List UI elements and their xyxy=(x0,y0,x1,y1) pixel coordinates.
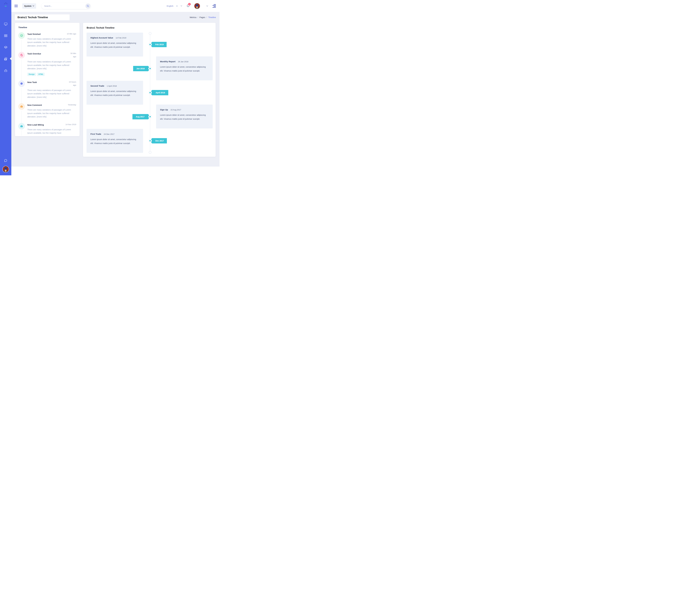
main-area: System English 2 xyxy=(11,0,220,175)
activity-item-body: There are many variations of passages of… xyxy=(27,108,73,119)
timeline-entry-body: Lorem ipsum dolor sit amet, consectetur … xyxy=(91,41,139,49)
activity-item-text: There are many variations of passages of… xyxy=(27,60,71,70)
notification-count-badge: 2 xyxy=(188,3,191,6)
activity-list: Task finished 10 Min ago There are many … xyxy=(18,32,76,135)
top-header: System English 2 xyxy=(11,0,220,12)
timeline-entry-date: 15 Aug 2017 xyxy=(171,109,181,111)
timeline-entry-date: 14 Feb 2019 xyxy=(116,37,126,39)
breadcrumb-metrica[interactable]: Metrica xyxy=(190,16,196,19)
timeline-entry-card: Highest Account Value 14 Feb 2019 Lorem … xyxy=(86,33,143,56)
tag-html: HTML xyxy=(37,73,45,76)
more-info-link[interactable]: [more info] xyxy=(37,45,47,47)
activity-item-body: There are many variations of passages of… xyxy=(27,37,73,48)
active-nav-pointer-icon xyxy=(10,57,11,60)
breadcrumb-pages[interactable]: Pages xyxy=(200,16,205,19)
chat-icon[interactable] xyxy=(4,159,8,162)
monitor-icon[interactable] xyxy=(4,22,8,26)
timeline-entry-body: Lorem ipsum dolor sit amet, consectetur … xyxy=(160,65,209,73)
breadcrumb-timeline[interactable]: Timeline xyxy=(208,16,216,19)
more-info-link[interactable]: [more info] xyxy=(37,115,47,118)
page-title-row: Brainz1 Techub Timeline Metrica / Pages … xyxy=(15,15,216,20)
sidebar-user-avatar[interactable] xyxy=(2,166,9,173)
package-icon[interactable] xyxy=(4,45,8,49)
timeline-node-icon xyxy=(149,43,151,46)
activity-item-title: New Comment xyxy=(27,103,42,106)
activity-item-title: Task Overdue xyxy=(27,52,41,58)
language-label: English xyxy=(167,5,173,7)
timeline-entry-date: 1 April 2018 xyxy=(107,85,117,87)
activity-item-title: New Lead Miting xyxy=(27,123,44,126)
timeline-entry-title: Monthly Report xyxy=(160,60,175,63)
timeline-entry-title: Highest Account Value xyxy=(91,36,113,39)
logo-dash-icon xyxy=(5,6,6,6)
search-input[interactable] xyxy=(42,5,85,7)
chevron-down-icon xyxy=(181,5,182,6)
timeline-entry-body: Lorem ipsum dolor sit amet, consectetur … xyxy=(91,89,139,97)
activity-item-time: 14 Nov 2019 xyxy=(66,123,76,126)
activity-item-time: 10 Min ago xyxy=(67,32,76,35)
briefcase-alert-icon xyxy=(18,103,25,110)
notifications-button[interactable]: 2 xyxy=(186,4,190,8)
activity-item: New Task 10 hours ago There are many var… xyxy=(18,80,76,99)
timeline-node-icon xyxy=(149,91,151,94)
copy-icon[interactable] xyxy=(4,57,8,61)
timeline-entry-card: Second Trade 1 April 2018 Lorem ipsum do… xyxy=(86,81,143,105)
activity-item-title: New Task xyxy=(27,80,37,87)
sidebar-bottom xyxy=(0,159,11,173)
main-timeline-card: Brainz1 Techub Timeline Highest Account … xyxy=(83,23,216,157)
india-flag-icon xyxy=(175,5,179,7)
menu-lines-icon[interactable] xyxy=(212,4,216,8)
breadcrumb-separator: / xyxy=(206,16,207,19)
timeline-entry-body: Lorem ipsum dolor sit amet, consectetur … xyxy=(91,137,139,145)
page-title-box: Brainz1 Techub Timeline xyxy=(15,15,70,20)
header-user-avatar[interactable] xyxy=(194,3,200,9)
breadcrumb: Metrica / Pages / Timeline xyxy=(190,16,216,19)
activity-timeline-card: Timeline Task finished 10 Min ago There … xyxy=(15,23,79,136)
search-button[interactable] xyxy=(85,3,91,8)
timeline-date-badge: April 2018 xyxy=(150,90,168,95)
timeline-entry-card: Monthly Report 26 Jan 2018 Lorem ipsum d… xyxy=(156,56,212,80)
more-info-link[interactable]: [more info] xyxy=(37,68,47,70)
timeline-entry-card: First Trade 24 Dec 2017 Lorem ipsum dolo… xyxy=(86,129,143,153)
profile-chevron-button[interactable] xyxy=(206,5,208,6)
search-bar xyxy=(42,3,91,9)
timeline-date-badge: Jan 2018 xyxy=(133,66,150,71)
logo-chevron-icon xyxy=(4,2,7,4)
more-info-link[interactable]: [more info] xyxy=(37,96,47,98)
timeline-entry-card: Sign Up 15 Aug 2017 Lorem ipsum dolor si… xyxy=(156,105,212,129)
activity-item: Task Overdue 50 Min ago There are many v… xyxy=(18,52,76,76)
search-icon xyxy=(87,5,89,7)
timeline-entry-title: Sign Up xyxy=(160,108,168,111)
activity-tags: Design HTML xyxy=(27,73,76,76)
activity-item-text: There are many variations of passages of… xyxy=(27,89,71,98)
check-circle-icon xyxy=(18,32,25,39)
breadcrumb-separator: / xyxy=(198,16,198,19)
system-dropdown-label: System xyxy=(24,5,31,7)
avatar-photo xyxy=(194,3,200,9)
brand-logo xyxy=(0,2,11,6)
timeline-entry-date: 26 Jan 2018 xyxy=(178,60,188,63)
activity-item-title: Task finished xyxy=(27,32,41,35)
timeline-entry-title: First Trade xyxy=(91,133,101,135)
grid-icon[interactable] xyxy=(4,34,8,38)
sidebar-nav xyxy=(0,22,11,73)
timeline-entry-body: Lorem ipsum dolor sit amet, consectetur … xyxy=(160,113,209,121)
activity-item: New Lead Miting 14 Nov 2019 There are ma… xyxy=(18,123,76,135)
alarm-off-icon xyxy=(18,52,25,58)
badge-exclamation-icon xyxy=(18,80,25,87)
timeline-date-badge: Feb 2019 xyxy=(150,42,167,47)
timeline-node-icon xyxy=(149,67,151,70)
system-dropdown[interactable]: System xyxy=(22,3,36,9)
timeline-node-icon xyxy=(149,139,151,142)
footer-strip xyxy=(11,166,220,175)
timeline-card-heading: Brainz1 Techub Timeline xyxy=(83,23,216,29)
lock-icon[interactable] xyxy=(4,69,8,73)
activity-card-heading: Timeline xyxy=(18,26,76,29)
timeline-date-badge: Dec 2017 xyxy=(150,138,167,143)
activity-item: Task finished 10 Min ago There are many … xyxy=(18,32,76,48)
hamburger-menu-icon[interactable] xyxy=(15,5,18,7)
language-selector[interactable]: English xyxy=(167,5,182,7)
avatar-photo xyxy=(3,166,9,172)
activity-item-text: There are many variations of passages of… xyxy=(27,129,71,134)
timeline-entry-title: Second Trade xyxy=(91,85,104,87)
